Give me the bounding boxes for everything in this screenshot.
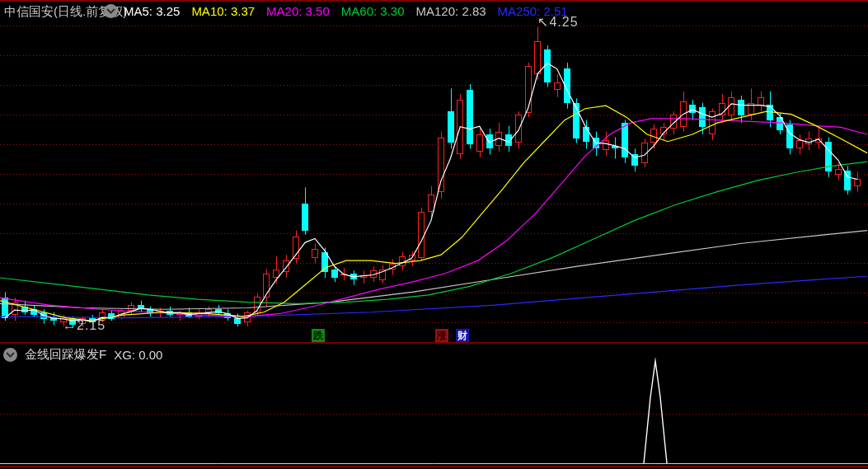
chevron-down-icon[interactable] — [3, 348, 17, 362]
chevron-down-icon[interactable] — [104, 4, 118, 18]
tdx-chart-window: 中信国安(日线.前复权) MA5: 3.25MA10: 3.37MA20: 3.… — [0, 0, 868, 469]
price-annotation: ←2.15 — [63, 318, 106, 333]
event-marker: 财 — [456, 329, 469, 342]
event-marker: 跌 — [312, 329, 325, 342]
indicator-header: 金线回踩爆发F XG: 0.00 — [3, 347, 162, 363]
indicator-panel: 金线回踩爆发F XG: 0.00 — [0, 345, 868, 469]
price-annotation: ↖4.25 — [537, 14, 579, 30]
main-chart-canvas[interactable] — [0, 0, 868, 345]
indicator-value: XG: 0.00 — [114, 348, 162, 362]
indicator-chart-canvas[interactable] — [0, 345, 868, 469]
event-marker: 涨 — [435, 329, 448, 342]
indicator-name: 金线回踩爆发F — [25, 347, 106, 363]
